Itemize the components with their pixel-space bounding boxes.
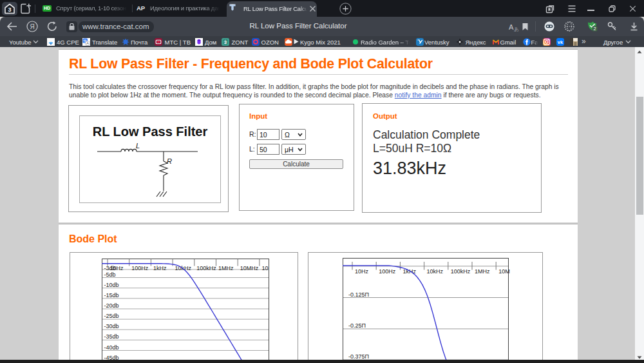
svg-text:10kHz: 10kHz xyxy=(427,268,444,275)
svg-text:10: 10 xyxy=(261,265,268,271)
svg-text:L: L xyxy=(136,142,140,150)
svg-text:-40db: -40db xyxy=(104,344,119,351)
svg-text:-0.25Π: -0.25Π xyxy=(348,322,366,329)
svg-text:10MHz: 10MHz xyxy=(240,265,259,271)
svg-text:-30db: -30db xyxy=(104,323,119,329)
svg-text:RL Low Pass Filter: RL Low Pass Filter xyxy=(93,124,208,139)
svg-text:1MHz: 1MHz xyxy=(218,265,234,271)
svg-text:Я: Я xyxy=(30,23,34,30)
svg-text:あ: あ xyxy=(514,26,519,32)
svg-text:-0.125Π: -0.125Π xyxy=(348,291,369,298)
svg-text:-0.375Π: -0.375Π xyxy=(348,353,369,360)
svg-text:100kHz: 100kHz xyxy=(451,268,471,275)
svg-text:10kHz: 10kHz xyxy=(175,265,192,271)
svg-text:10M: 10M xyxy=(498,268,510,275)
svg-text:-5db: -5db xyxy=(104,271,116,278)
svg-text:2: 2 xyxy=(593,26,596,32)
svg-text:3: 3 xyxy=(8,6,11,13)
svg-text:A: A xyxy=(509,23,514,31)
svg-text:100Hz: 100Hz xyxy=(379,268,396,275)
svg-text:-35db: -35db xyxy=(104,333,119,340)
svg-text:100Hz: 100Hz xyxy=(131,265,149,271)
svg-text:100kHz: 100kHz xyxy=(196,265,216,271)
svg-text:-25db: -25db xyxy=(104,313,119,319)
svg-text:1kHz: 1kHz xyxy=(153,265,167,271)
svg-text:10Hz: 10Hz xyxy=(355,268,369,275)
svg-text:vk: vk xyxy=(557,39,563,44)
svg-text:-10db: -10db xyxy=(104,282,119,288)
svg-text:A: A xyxy=(86,41,89,45)
svg-text:R: R xyxy=(167,157,172,165)
svg-text:-20db: -20db xyxy=(104,302,119,309)
svg-text:З: З xyxy=(224,39,227,44)
svg-text:-3db: -3db xyxy=(104,265,116,271)
svg-text:1MHz: 1MHz xyxy=(475,268,490,275)
svg-text:-15db: -15db xyxy=(104,292,119,299)
